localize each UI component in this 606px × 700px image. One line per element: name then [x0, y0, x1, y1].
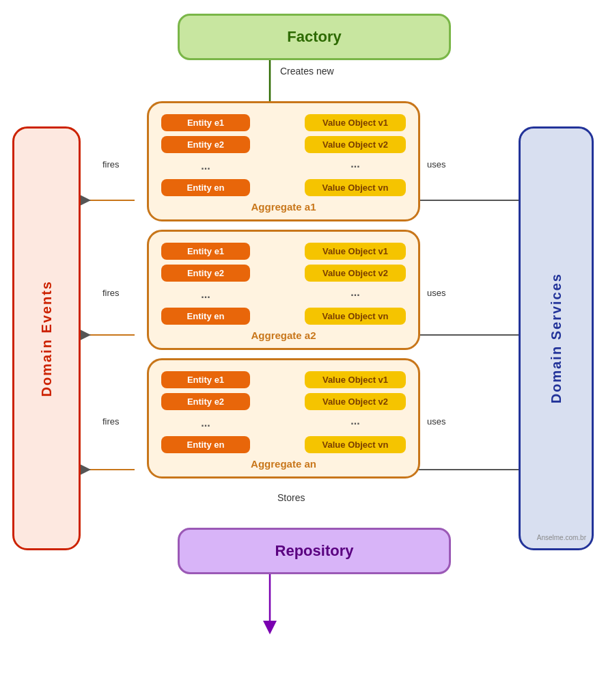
fires-label-a2: fires [102, 288, 120, 298]
domain-services-box: Domain Services Anselme.com.br [519, 126, 594, 550]
uses-label-a1: uses [427, 159, 445, 170]
entity-a2-e2: Entity e2 [161, 265, 250, 282]
aggregate-an-row1: Entity e1 Value Object v1 [161, 371, 406, 388]
aggregate-an-row2: Entity e2 Value Object v2 [161, 393, 406, 410]
factory-box: Factory [178, 14, 451, 60]
value-an-v2: Value Object v2 [305, 393, 406, 410]
dots-an-values: ... [305, 415, 406, 431]
entity-a1-e1: Entity e1 [161, 114, 250, 131]
value-a1-v1: Value Object v1 [305, 114, 406, 131]
fires-label-a1: fires [102, 159, 120, 170]
entity-a1-en: Entity en [161, 179, 250, 196]
aggregate-a1-row3: ... ... [161, 158, 406, 174]
aggregate-a1-row4: Entity en Value Object vn [161, 179, 406, 196]
factory-title: Factory [287, 28, 341, 45]
aggregate-an-row4: Entity en Value Object vn [161, 436, 406, 453]
uses-label-a2: uses [427, 288, 445, 298]
entity-an-en: Entity en [161, 436, 250, 453]
aggregate-a1-row2: Entity e2 Value Object v2 [161, 136, 406, 153]
creates-new-label: Creates new [280, 66, 334, 77]
repository-wrapper: Repository [14, 528, 592, 574]
aggregate-an-box: Entity e1 Value Object v1 Entity e2 Valu… [147, 358, 420, 479]
repository-box: Repository [178, 528, 451, 574]
aggregate-a1-row1: Entity e1 Value Object v1 [161, 114, 406, 131]
diagram-container: Factory Creates new Entity e1 Value Obje… [0, 0, 606, 700]
repository-title: Repository [275, 542, 354, 559]
watermark-label: Anselme.com.br [537, 534, 586, 541]
domain-services-label: Domain Services [549, 273, 564, 403]
aggregate-a1-box: Entity e1 Value Object v1 Entity e2 Valu… [147, 101, 420, 221]
value-an-vn: Value Object vn [305, 436, 406, 453]
aggregate-a1-title: Aggregate a1 [161, 201, 406, 213]
aggregate-a2-title: Aggregate a2 [161, 329, 406, 341]
aggregate-an-title: Aggregate an [161, 458, 406, 470]
dots-a1-entities: ... [161, 160, 250, 172]
entity-an-e1: Entity e1 [161, 371, 250, 388]
dots-a2-values: ... [305, 286, 406, 303]
value-a2-v1: Value Object v1 [305, 243, 406, 260]
dots-a2-entities: ... [161, 288, 250, 301]
aggregate-an-row3: ... ... [161, 415, 406, 431]
domain-events-label: Domain Events [39, 280, 55, 396]
dots-an-entities: ... [161, 417, 250, 429]
value-a2-v2: Value Object v2 [305, 265, 406, 282]
aggregate-a2-box: Entity e1 Value Object v1 Entity e2 Valu… [147, 230, 420, 350]
entity-a1-e2: Entity e2 [161, 136, 250, 153]
value-a2-vn: Value Object vn [305, 308, 406, 325]
aggregate-a2-row4: Entity en Value Object vn [161, 308, 406, 325]
aggregate-a2-row3: ... ... [161, 286, 406, 303]
value-a1-vn: Value Object vn [305, 179, 406, 196]
uses-label-an: uses [427, 416, 445, 427]
stores-label: Stores [277, 492, 305, 503]
entity-a2-en: Entity en [161, 308, 250, 325]
entity-a2-e1: Entity e1 [161, 243, 250, 260]
value-a1-v2: Value Object v2 [305, 136, 406, 153]
aggregate-a2-row1: Entity e1 Value Object v1 [161, 243, 406, 260]
dots-a1-values: ... [305, 158, 406, 174]
domain-events-box: Domain Events [12, 126, 81, 550]
entity-an-e2: Entity e2 [161, 393, 250, 410]
aggregate-a2-row2: Entity e2 Value Object v2 [161, 265, 406, 282]
fires-label-an: fires [102, 416, 120, 427]
value-an-v1: Value Object v1 [305, 371, 406, 388]
